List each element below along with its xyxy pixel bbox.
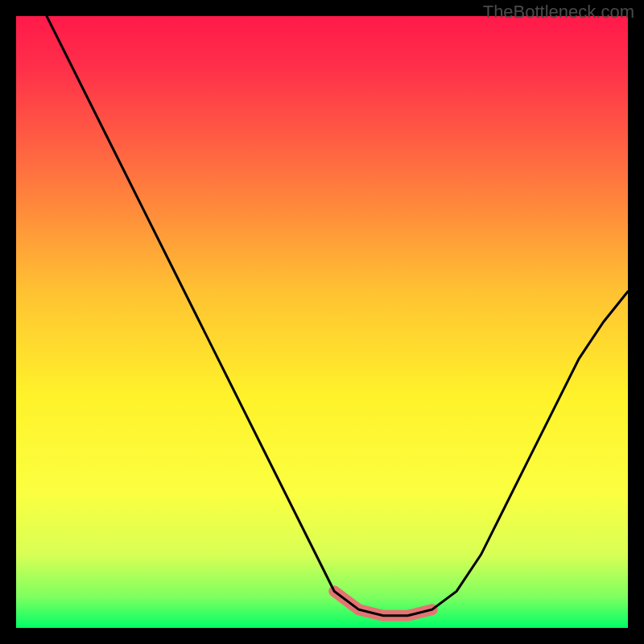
bottleneck-chart <box>16 16 628 628</box>
chart-container <box>16 16 628 628</box>
chart-background <box>16 16 628 628</box>
watermark-text: TheBottleneck.com <box>483 2 634 23</box>
